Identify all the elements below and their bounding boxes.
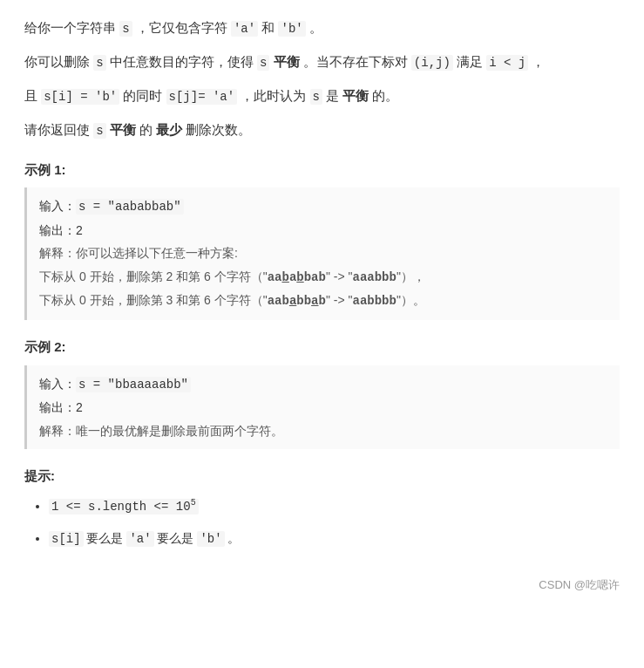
hint2-a: 'a' (126, 531, 153, 547)
example1-output-val: 2 (76, 223, 83, 237)
var-s-5: s (93, 123, 105, 139)
example2-box: 输入：s = "bbaaaaabb" 输出：2 解释：唯一的最优解是删除最前面两… (24, 365, 620, 450)
char-a-1: 'a' (231, 21, 258, 37)
example2-output-label: 输出： (39, 400, 76, 414)
example1-explain-label: 解释： (39, 246, 76, 260)
var-s-2: s (93, 55, 105, 71)
example1-output-label: 输出： (39, 223, 76, 237)
var-s-1: s (119, 21, 132, 37)
var-s-4: s (310, 89, 322, 105)
example1-box: 输入：s = "aababbab" 输出：2 解释：你可以选择以下任意一种方案:… (24, 187, 620, 320)
example1-explain-line2: 下标从 0 开始，删除第 3 和第 6 个字符（"aababbab" -> "a… (39, 289, 607, 313)
example2-input-val: s = "bbaaaaabb" (76, 377, 191, 392)
example2-explain-text: 唯一的最优解是删除最前面两个字符。 (76, 424, 283, 438)
example2-output-val: 2 (76, 400, 83, 414)
example1-input-val: s = "aababbab" (76, 199, 184, 215)
hint2-b: 'b' (197, 531, 224, 547)
hint-item-1: 1 <= s.length <= 105 (49, 494, 620, 519)
example2-input: 输入：s = "bbaaaaabb" (39, 372, 607, 397)
hints-section: 提示: 1 <= s.length <= 105 s[i] 要么是 'a' 要么… (24, 465, 620, 551)
cond-si: s[i] = 'b' (41, 89, 119, 105)
footer-text: CSDN @吃嗯许 (539, 578, 620, 591)
desc-line1: 给你一个字符串 s ，它仅包含字符 'a' 和 'b' 。 (24, 16, 620, 41)
example2-title: 示例 2: (24, 336, 620, 358)
example1-str1a: aababb (268, 270, 311, 284)
example1-str1b: ab (311, 270, 326, 284)
footer: CSDN @吃嗯许 (24, 576, 620, 595)
hint-item-2: s[i] 要么是 'a' 要么是 'b' 。 (49, 527, 620, 551)
balanced-word-2: 平衡 (342, 88, 369, 103)
example1-explain-line1: 下标从 0 开始，删除第 2 和第 6 个字符（"aababbab" -> "a… (39, 265, 607, 290)
balanced-word-1: 平衡 (274, 54, 300, 69)
example2-input-label: 输入： (39, 377, 76, 391)
var-s-3: s (257, 55, 269, 71)
hint1-sup: 5 (191, 498, 196, 508)
example1-explain-text: 你可以选择以下任意一种方案: (76, 246, 238, 260)
balanced-word-3: 平衡 (110, 122, 136, 137)
example2-output: 输出：2 (39, 396, 607, 419)
index-pair: (i,j) (411, 55, 453, 71)
example1-title: 示例 1: (24, 159, 620, 181)
problem-description: 给你一个字符串 s ，它仅包含字符 'a' 和 'b' 。 你可以删除 s 中任… (24, 16, 620, 143)
desc-line3: 且 s[i] = 'b' 的同时 s[j]= 'a' ，此时认为 s 是 平衡 … (24, 84, 620, 109)
example2-explain-label: 解释： (39, 424, 76, 438)
example1-input-label: 输入： (39, 199, 76, 213)
example1-input: 输入：s = "aababbab" (39, 194, 607, 219)
cond-ij: i < j (486, 55, 528, 71)
hints-title: 提示: (24, 465, 620, 487)
example1-result1: aaabbb (352, 270, 396, 284)
example1-result2: aabbbb (352, 294, 396, 308)
hint1-code: 1 <= s.length <= 105 (49, 499, 199, 515)
example2-explain: 解释：唯一的最优解是删除最前面两个字符。 (39, 419, 607, 443)
least-word: 最少 (156, 122, 182, 137)
example1-explain: 解释：你可以选择以下任意一种方案: (39, 242, 607, 265)
hint2-si: s[i] (49, 531, 84, 547)
hint-list: 1 <= s.length <= 105 s[i] 要么是 'a' 要么是 'b… (24, 494, 620, 551)
example1-str2a: aababbab (268, 294, 326, 308)
char-b-1: 'b' (278, 21, 305, 37)
desc-line2: 你可以删除 s 中任意数目的字符，使得 s 平衡 。当不存在下标对 (i,j) … (24, 50, 620, 75)
cond-sj: s[j]= 'a' (166, 89, 238, 105)
example1-output: 输出：2 (39, 219, 607, 242)
desc-line4: 请你返回使 s 平衡 的 最少 删除次数。 (24, 118, 620, 143)
